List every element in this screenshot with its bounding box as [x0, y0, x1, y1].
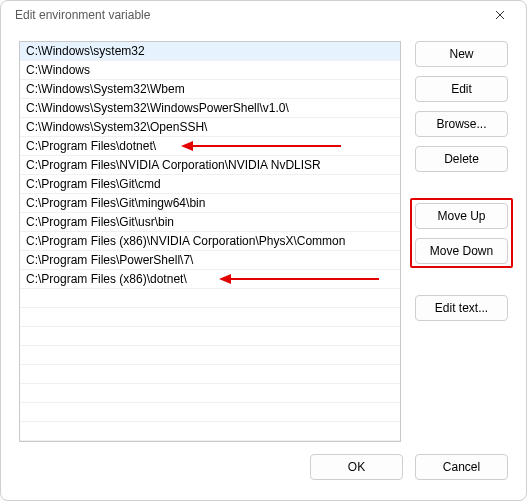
- delete-button[interactable]: Delete: [415, 146, 508, 172]
- list-item[interactable]: C:\Windows: [20, 61, 400, 80]
- list-item[interactable]: C:\Program Files\Git\usr\bin: [20, 213, 400, 232]
- list-item[interactable]: C:\Windows\system32: [20, 42, 400, 61]
- list-item-empty[interactable]: [20, 384, 400, 403]
- dialog-window: Edit environment variable C:\Windows\sys…: [0, 0, 527, 501]
- close-icon[interactable]: [484, 1, 516, 29]
- titlebar: Edit environment variable: [1, 1, 526, 29]
- new-button[interactable]: New: [415, 41, 508, 67]
- content-area: C:\Windows\system32C:\WindowsC:\Windows\…: [1, 29, 526, 442]
- move-down-button[interactable]: Move Down: [415, 238, 508, 264]
- list-item[interactable]: C:\Program Files\PowerShell\7\: [20, 251, 400, 270]
- list-item[interactable]: C:\Program Files\Git\cmd: [20, 175, 400, 194]
- list-item[interactable]: C:\Windows\System32\WindowsPowerShell\v1…: [20, 99, 400, 118]
- list-item[interactable]: C:\Program Files\dotnet\: [20, 137, 400, 156]
- annotation-arrow-icon: [219, 273, 399, 285]
- list-item[interactable]: C:\Program Files (x86)\NVIDIA Corporatio…: [20, 232, 400, 251]
- annotation-arrow-icon: [181, 140, 361, 152]
- list-item-empty[interactable]: [20, 422, 400, 441]
- browse-button[interactable]: Browse...: [415, 111, 508, 137]
- list-item[interactable]: C:\Program Files (x86)\dotnet\: [20, 270, 400, 289]
- ok-button[interactable]: OK: [310, 454, 403, 480]
- list-item[interactable]: C:\Windows\System32\OpenSSH\: [20, 118, 400, 137]
- side-button-panel: New Edit Browse... Delete Move Up Move D…: [415, 41, 508, 442]
- window-title: Edit environment variable: [15, 8, 150, 22]
- svg-marker-1: [181, 141, 193, 151]
- list-item[interactable]: C:\Program Files\NVIDIA Corporation\NVID…: [20, 156, 400, 175]
- edit-button[interactable]: Edit: [415, 76, 508, 102]
- move-up-button[interactable]: Move Up: [415, 203, 508, 229]
- dialog-footer: OK Cancel: [1, 442, 526, 501]
- list-item-empty[interactable]: [20, 346, 400, 365]
- list-item-empty[interactable]: [20, 289, 400, 308]
- edit-text-button[interactable]: Edit text...: [415, 295, 508, 321]
- path-listbox[interactable]: C:\Windows\system32C:\WindowsC:\Windows\…: [19, 41, 401, 442]
- list-item-empty[interactable]: [20, 365, 400, 384]
- svg-marker-3: [219, 274, 231, 284]
- list-item-empty[interactable]: [20, 403, 400, 422]
- list-item[interactable]: C:\Program Files\Git\mingw64\bin: [20, 194, 400, 213]
- list-item-empty[interactable]: [20, 327, 400, 346]
- list-item-empty[interactable]: [20, 308, 400, 327]
- cancel-button[interactable]: Cancel: [415, 454, 508, 480]
- list-item[interactable]: C:\Windows\System32\Wbem: [20, 80, 400, 99]
